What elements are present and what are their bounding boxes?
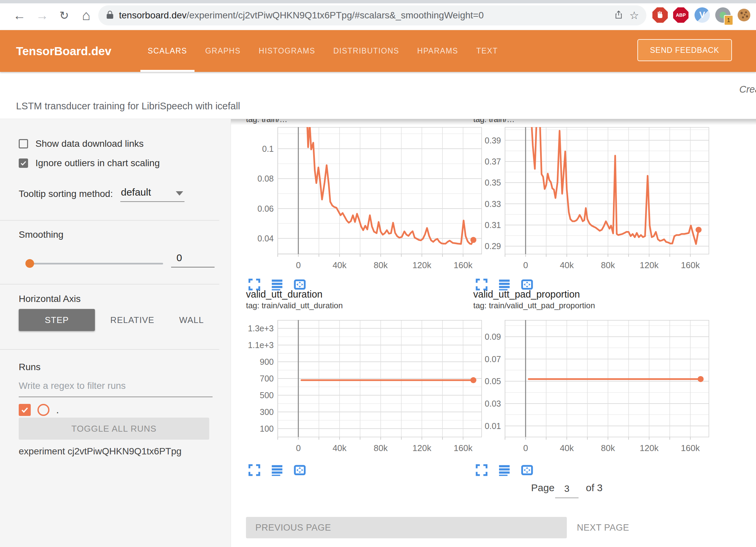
privacy-extension-icon[interactable]: 1: [715, 7, 731, 23]
svg-text:1.3e+3: 1.3e+3: [248, 324, 274, 333]
svg-text:0.01: 0.01: [485, 421, 501, 431]
svg-text:0.03: 0.03: [485, 399, 501, 408]
tab-strip: [0, 0, 756, 3]
url-text[interactable]: tensorboard.dev/experiment/cj2vtPiwQHKN9…: [119, 10, 608, 21]
tooltip-sorting-dropdown[interactable]: default: [120, 186, 184, 202]
svg-text:40k: 40k: [560, 443, 574, 453]
svg-text:80k: 80k: [601, 443, 615, 453]
svg-text:40k: 40k: [560, 260, 574, 270]
run-checkbox[interactable]: [19, 404, 31, 416]
app-header: TensorBoard.dev SCALARS GRAPHS HISTOGRAM…: [0, 30, 756, 72]
tab-text[interactable]: TEXT: [476, 30, 498, 72]
tooltip-sorting-row: Tooltip sorting method: default: [19, 186, 184, 202]
tab-graphs[interactable]: GRAPHS: [205, 30, 241, 72]
charts-panel: tag: train/… 0.040.060.080.1040k80k120k1…: [231, 119, 756, 547]
abp-extension-icon[interactable]: ABP: [673, 7, 688, 23]
ignore-outliers-checkbox[interactable]: [19, 158, 28, 168]
chart-tag: tag: train/valid_utt_pad_proportion: [473, 301, 711, 311]
svg-text:120k: 120k: [412, 443, 431, 453]
horizontal-axis-label: Horizontal Axis: [19, 294, 81, 304]
tooltip-sorting-label: Tooltip sorting method:: [19, 186, 113, 199]
fullscreen-icon[interactable]: [475, 464, 488, 476]
show-download-links-row[interactable]: Show data download links: [19, 138, 144, 149]
brand-logo[interactable]: TensorBoard.dev: [16, 30, 111, 72]
show-download-links-checkbox[interactable]: [19, 139, 28, 148]
back-icon[interactable]: ←: [12, 8, 27, 23]
title-strip: Crea LSTM transducer training for LibriS…: [0, 72, 756, 119]
ignore-outliers-label: Ignore outliers in chart scaling: [35, 158, 160, 169]
adblock-extension-icon[interactable]: [652, 7, 668, 23]
fullscreen-icon[interactable]: [248, 464, 261, 476]
tab-scalars[interactable]: SCALARS: [148, 30, 187, 72]
page-number-input[interactable]: 3: [555, 483, 579, 498]
previous-page-button[interactable]: PREVIOUS PAGE: [246, 517, 567, 538]
chart-plot[interactable]: 1003005007009001.1e+31.3e+3040k80k120k16…: [246, 320, 483, 456]
share-icon[interactable]: [614, 10, 623, 21]
svg-text:100: 100: [260, 424, 274, 433]
chart-card-valid-utt-pad-proportion: valid_utt_pad_proportion tag: train/vali…: [473, 288, 711, 476]
chart-plot[interactable]: 0.010.030.050.070.09040k80k120k160k: [473, 320, 711, 456]
run-row[interactable]: .: [19, 404, 59, 416]
svg-text:1.1e+3: 1.1e+3: [248, 340, 274, 350]
chart-tag: tag: train/valid_utt_duration: [246, 301, 483, 311]
page-count-label: of 3: [586, 482, 603, 494]
experiment-run-name: experiment cj2vtPiwQHKN9Q1tx6PTpg: [19, 446, 181, 457]
svg-text:0: 0: [296, 260, 300, 270]
svg-text:80k: 80k: [374, 260, 388, 270]
next-page-button[interactable]: NEXT PAGE: [577, 517, 629, 538]
smoothing-slider-track[interactable]: [29, 263, 163, 264]
run-color-circle[interactable]: [37, 404, 49, 416]
axis-wall-button[interactable]: WALL: [170, 309, 213, 331]
svg-text:120k: 120k: [640, 260, 659, 270]
svg-text:0.29: 0.29: [485, 241, 501, 251]
ignore-outliers-row[interactable]: Ignore outliers in chart scaling: [19, 158, 160, 169]
svg-text:40k: 40k: [333, 260, 347, 270]
url-path: /experiment/cj2vtPiwQHKN9Q1tx6PTpg/#scal…: [186, 10, 484, 20]
svg-text:0.39: 0.39: [485, 136, 501, 145]
tab-hparams[interactable]: HPARAMS: [417, 30, 458, 72]
runs-regex-input[interactable]: Write a regex to filter runs: [19, 380, 126, 391]
log-scale-icon[interactable]: [498, 464, 511, 476]
svg-text:0.05: 0.05: [485, 376, 501, 386]
svg-text:40k: 40k: [333, 443, 347, 453]
svg-text:700: 700: [260, 374, 274, 383]
svg-text:160k: 160k: [454, 260, 473, 270]
fit-domain-icon[interactable]: [293, 464, 306, 476]
run-name-label: .: [56, 404, 59, 416]
chart-plot[interactable]: 0.290.310.330.350.370.39040k80k120k160k: [473, 127, 711, 274]
tab-histograms[interactable]: HISTOGRAMS: [259, 30, 315, 72]
browser-toolbar: ← → ↻ ⌂ tensorboard.dev/experiment/cj2vt…: [0, 0, 756, 30]
send-feedback-button[interactable]: SEND FEEDBACK: [637, 39, 732, 61]
svg-text:0.37: 0.37: [485, 157, 501, 166]
tab-distributions[interactable]: DISTRIBUTIONS: [333, 30, 399, 72]
svg-text:0.1: 0.1: [262, 144, 274, 153]
v-extension-icon[interactable]: V: [695, 7, 710, 23]
chart-plot[interactable]: 0.040.060.080.1040k80k120k160k: [246, 127, 483, 274]
smoothing-value-input[interactable]: 0: [171, 252, 215, 267]
svg-text:160k: 160k: [681, 443, 700, 453]
bookmark-star-icon[interactable]: ☆: [629, 11, 639, 20]
svg-text:0.33: 0.33: [485, 199, 501, 209]
toggle-all-runs-button[interactable]: TOGGLE ALL RUNS: [19, 418, 209, 440]
svg-text:0.31: 0.31: [485, 220, 501, 230]
divider: [0, 284, 219, 285]
log-scale-icon[interactable]: [271, 464, 283, 476]
tooltip-sorting-value: default: [121, 187, 151, 198]
address-bar[interactable]: tensorboard.dev/experiment/cj2vtPiwQHKN9…: [98, 5, 646, 25]
home-icon[interactable]: ⌂: [79, 8, 94, 23]
smoothing-slider-thumb[interactable]: [25, 259, 34, 268]
axis-relative-button[interactable]: RELATIVE: [106, 309, 159, 331]
svg-text:0.06: 0.06: [257, 204, 274, 213]
svg-text:160k: 160k: [454, 443, 473, 453]
divider: [0, 349, 219, 350]
cookie-extension-icon[interactable]: [737, 8, 753, 24]
reload-icon[interactable]: ↻: [57, 8, 72, 23]
svg-text:160k: 160k: [681, 260, 700, 270]
chart-title: valid_utt_pad_proportion: [473, 288, 711, 301]
axis-step-button[interactable]: STEP: [19, 309, 95, 331]
svg-text:0.04: 0.04: [257, 234, 274, 243]
forward-icon[interactable]: →: [35, 8, 49, 23]
fit-domain-icon[interactable]: [521, 464, 533, 476]
svg-text:80k: 80k: [601, 260, 615, 270]
show-download-links-label: Show data download links: [35, 138, 144, 149]
